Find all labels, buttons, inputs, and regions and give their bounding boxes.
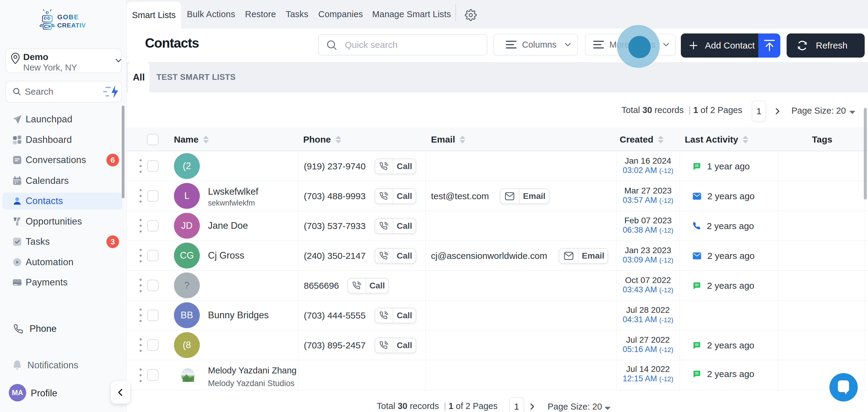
svg-text:GOBE: GOBE	[57, 13, 79, 21]
svg-text:CREATIV: CREATIV	[57, 22, 86, 29]
